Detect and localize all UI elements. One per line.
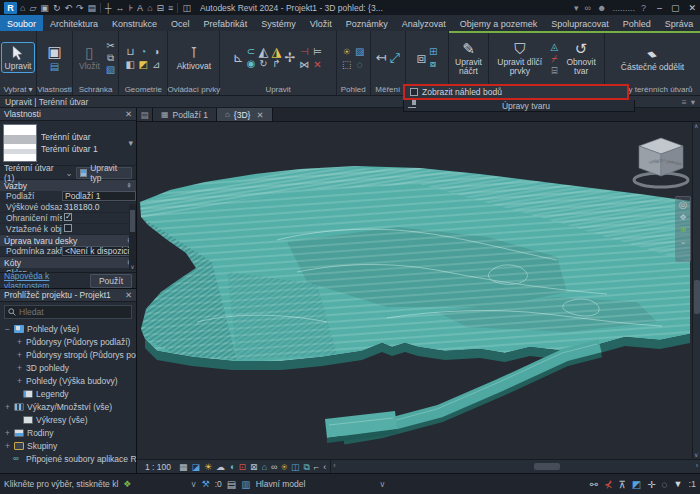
- type-selector-dropdown-icon[interactable]: ▾: [128, 138, 133, 148]
- activate-controls-button[interactable]: ⊺ Aktivovat: [174, 43, 215, 73]
- dimension-icon[interactable]: ⊦: [128, 2, 133, 14]
- paste-button[interactable]: ▯ Vložit: [76, 43, 103, 73]
- copy-icon[interactable]: ⧉: [107, 52, 114, 63]
- scrollbar-thumb[interactable]: [130, 210, 135, 232]
- apply-button[interactable]: Použít: [90, 274, 132, 288]
- visual-style-icon[interactable]: ◪: [192, 462, 201, 472]
- temporary-hide-icon[interactable]: ∞: [271, 462, 277, 472]
- trim-icon[interactable]: ⊣: [300, 46, 309, 57]
- create-group-icon[interactable]: ⧈: [417, 52, 427, 63]
- join-icon[interactable]: ◧: [126, 59, 135, 70]
- offset-value[interactable]: 318180.0: [62, 202, 136, 212]
- modify-icon[interactable]: ┼: [105, 2, 111, 14]
- demolish-icon[interactable]: ⊿: [152, 59, 160, 70]
- flyout-panel-titlebar[interactable]: Úpravy tvaru: [403, 100, 635, 112]
- tree-item-rodiny[interactable]: +Rodiny: [0, 426, 136, 439]
- tab-spolupracovat[interactable]: Spolupracovat: [544, 15, 616, 31]
- mirror-draw-icon[interactable]: ◮: [271, 46, 281, 57]
- section-pin-icon[interactable]: ⇞: [126, 182, 132, 190]
- help-icon[interactable]: ?: [641, 3, 646, 13]
- options-collapse-icon[interactable]: ≡: [682, 97, 687, 107]
- copy-move-icon[interactable]: ◉: [247, 58, 256, 69]
- close-button[interactable]: ✕: [688, 3, 696, 13]
- scroll-up-icon[interactable]: ∧: [694, 122, 698, 129]
- properties-close-icon[interactable]: ✕: [125, 109, 132, 119]
- revit-logo[interactable]: R: [4, 2, 17, 14]
- pan-icon[interactable]: ✥: [680, 213, 687, 222]
- sync-icon[interactable]: ↻: [53, 2, 61, 14]
- hscroll-thumb[interactable]: [534, 463, 560, 470]
- type-selector[interactable]: Terénní útvar Terénní útvar 1 ▾: [0, 121, 136, 166]
- select-links-icon[interactable]: ⚯: [590, 479, 598, 490]
- offset-icon[interactable]: ⊂: [247, 46, 255, 57]
- save-icon[interactable]: ▣: [40, 2, 49, 14]
- mirror-axis-icon[interactable]: ◭: [258, 46, 268, 57]
- design-option-selector[interactable]: Hlavní model ∨: [256, 479, 386, 489]
- selection-circle-icon[interactable]: ◌: [662, 479, 668, 490]
- status-dropdown-icon[interactable]: ∨: [190, 479, 196, 489]
- rendering-icon[interactable]: ◖: [229, 462, 234, 472]
- override-graphics-icon[interactable]: ▨: [355, 46, 364, 57]
- cope-icon[interactable]: ⊔: [126, 46, 134, 57]
- worksets-icon[interactable]: ⚒: [202, 479, 210, 489]
- options-chevron-icon[interactable]: ▾: [691, 97, 695, 107]
- steering-wheel-icon[interactable]: ◎: [679, 199, 688, 210]
- edit-subelements-button[interactable]: ⛉ Upravit dílčí prvky: [492, 39, 548, 78]
- maximize-button[interactable]: ▢: [671, 3, 680, 13]
- vscroll-thumb[interactable]: [694, 280, 700, 314]
- move-icon[interactable]: ✢: [284, 52, 295, 63]
- properties-button[interactable]: ▣ ▤: [44, 42, 64, 74]
- tree-item-vykazy[interactable]: +Výkazy/Množství (vše): [0, 400, 136, 413]
- split-icon[interactable]: ⋈: [299, 59, 309, 70]
- navbar-chevron-icon[interactable]: ⌄: [680, 237, 687, 246]
- room-bounding-checkbox[interactable]: [64, 213, 72, 221]
- redo-icon[interactable]: ↷: [76, 2, 84, 14]
- tab-vlozit[interactable]: Vložit: [303, 15, 339, 31]
- detach-partial-button[interactable]: ▰ Částečné oddělit: [618, 44, 687, 74]
- tab-prefabrikat[interactable]: Prefabrikát: [197, 15, 255, 31]
- close-view-tab-icon[interactable]: ✕: [256, 110, 263, 120]
- pin-icon[interactable]: [408, 103, 416, 108]
- delete-icon[interactable]: ✕: [313, 59, 321, 70]
- displaced-elements-icon[interactable]: ⧉: [303, 462, 309, 472]
- crop-view-icon[interactable]: ⊡: [239, 462, 247, 472]
- tab-poznamky[interactable]: Poznámky: [339, 15, 395, 31]
- section-vazby[interactable]: Vazby: [4, 181, 27, 191]
- select-underlay-icon[interactable]: ⊀: [604, 479, 612, 490]
- scroll-down-icon[interactable]: ∨: [694, 451, 698, 458]
- tree-item-pohledy-vyska[interactable]: +Pohledy (Výška budovy): [0, 374, 136, 387]
- temporary-view-properties-icon[interactable]: ◫: [291, 462, 300, 472]
- sun-path-icon[interactable]: ☀: [204, 462, 212, 472]
- viewbar-collapse-icon[interactable]: ‹: [323, 462, 326, 472]
- minimize-button[interactable]: –: [657, 3, 662, 13]
- cut-icon[interactable]: ✂: [106, 40, 114, 51]
- cut-geometry-icon[interactable]: ◔: [140, 46, 146, 57]
- scroll-left-icon[interactable]: ‹: [333, 462, 335, 469]
- add-split-line-icon[interactable]: ⌿: [551, 53, 557, 64]
- display-box-icon[interactable]: ⬚: [342, 59, 351, 70]
- undo-icon[interactable]: ↶: [64, 2, 72, 14]
- switch-windows-icon[interactable]: ◫: [182, 2, 191, 14]
- array-move-icon[interactable]: ↱: [272, 58, 280, 69]
- select-pinned-icon[interactable]: ⊼: [618, 479, 625, 490]
- filter-icon[interactable]: ▼: [674, 479, 683, 489]
- scroll-down-arrow-icon[interactable]: ∨: [129, 263, 136, 270]
- tree-item-pohledy[interactable]: −Pohledy (vše): [0, 322, 136, 335]
- toposurface-model[interactable]: [137, 122, 692, 458]
- default-3d-view-icon[interactable]: ⌂: [147, 2, 152, 14]
- navigation-bar[interactable]: ◎ ✥ ⊕ ⌄: [675, 196, 691, 262]
- vertical-scrollbar[interactable]: ∧ ∨: [692, 122, 700, 458]
- modify-button[interactable]: Upravit: [2, 43, 35, 73]
- tab-architektura[interactable]: Architektura: [43, 15, 105, 31]
- panel-label-vybrat[interactable]: Vybrat▾: [0, 84, 36, 95]
- reset-shape-button[interactable]: ↺ Obnovit tvar: [561, 39, 601, 78]
- tab-objemy-a-pozemek[interactable]: Objemy a pozemek: [453, 15, 545, 31]
- shadows-icon[interactable]: ☁: [216, 462, 225, 472]
- thin-lines-icon[interactable]: ≡: [168, 2, 173, 14]
- hide-lightbulb-icon[interactable]: ⍟: [344, 46, 350, 57]
- show-crop-icon[interactable]: ⊠: [250, 462, 258, 472]
- tab-sprava[interactable]: Správa: [658, 15, 700, 31]
- search-chevron-icon[interactable]: ▾: [574, 3, 579, 13]
- edit-type-button[interactable]: Upravit typ: [76, 167, 132, 179]
- tab-soubor[interactable]: Soubor: [0, 15, 43, 31]
